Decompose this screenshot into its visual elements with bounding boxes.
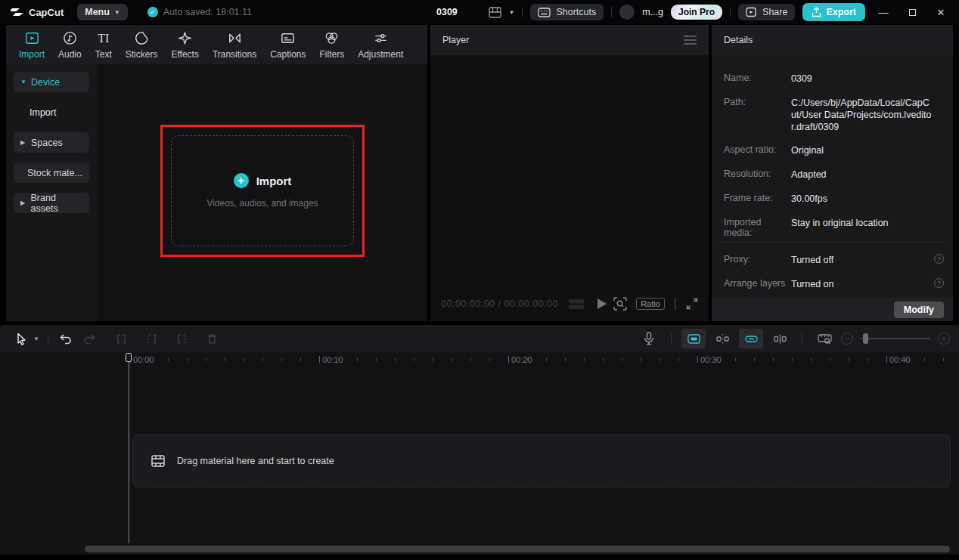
tab-captions[interactable]: Captions xyxy=(263,30,312,60)
tab-stickers[interactable]: Stickers xyxy=(119,30,165,60)
sidebar-item-device[interactable]: ▼ Device xyxy=(14,72,89,92)
zoom-out-icon[interactable]: − xyxy=(841,333,853,345)
help-icon[interactable]: ? xyxy=(934,254,944,264)
tab-text[interactable]: TI Text xyxy=(88,30,119,60)
playhead-handle[interactable] xyxy=(126,353,132,362)
player-controls: 00:00:00:00 / 00:00:00:00 Ratio | xyxy=(430,291,709,317)
tab-label: Import xyxy=(19,49,45,60)
share-button[interactable]: Share xyxy=(738,4,795,20)
ruler-tick xyxy=(187,358,188,361)
tab-filters[interactable]: Filters xyxy=(313,30,352,60)
window-close-button[interactable]: ✕ xyxy=(930,0,951,24)
menu-button[interactable]: Menu ▼ xyxy=(77,4,128,20)
sidebar-item-stock-material[interactable]: Stock mate... xyxy=(14,162,89,183)
join-pro-button[interactable]: Join Pro xyxy=(671,5,722,20)
delete-left-button[interactable] xyxy=(140,329,164,348)
ruler-tick: 00:30 xyxy=(697,356,698,363)
zoom-in-icon[interactable]: + xyxy=(938,333,950,345)
redo-button[interactable] xyxy=(78,329,102,348)
detail-row-path: Path: C:/Users/bj/AppData/Local/CapCut/U… xyxy=(712,97,953,133)
share-icon xyxy=(746,7,757,17)
keyboard-icon xyxy=(538,8,551,17)
effects-icon xyxy=(177,30,193,47)
filters-icon xyxy=(324,30,340,47)
select-tool-button[interactable] xyxy=(9,329,33,348)
tab-transitions[interactable]: Transitions xyxy=(206,30,263,60)
help-icon[interactable]: ? xyxy=(934,278,944,288)
preview-quality-icon[interactable] xyxy=(613,297,627,311)
zoom-slider-handle[interactable] xyxy=(863,333,868,344)
sidebar-item-brand-assets[interactable]: ▶ Brand assets xyxy=(14,193,89,213)
select-tool-caret-icon[interactable]: ▼ xyxy=(33,336,39,342)
ruler-tick xyxy=(603,358,604,361)
export-icon xyxy=(812,7,821,17)
ruler-tick xyxy=(678,358,679,361)
window-minimize-button[interactable]: — xyxy=(873,0,894,24)
timeline-zoom-slider[interactable] xyxy=(861,338,930,339)
divider xyxy=(719,242,945,243)
tab-import[interactable]: Import xyxy=(12,30,51,60)
modify-button[interactable]: Modify xyxy=(894,302,944,318)
ruler-tick xyxy=(168,358,169,361)
caret-right-icon: ▶ xyxy=(20,139,26,146)
fullscreen-icon[interactable] xyxy=(686,298,698,310)
layout-caret-icon[interactable]: ▼ xyxy=(509,9,515,16)
frame-view-icon[interactable] xyxy=(569,299,584,310)
ruler-tick: 00:10 xyxy=(319,356,320,363)
auto-snap-icon[interactable] xyxy=(710,329,734,348)
tab-adjustment[interactable]: Adjustment xyxy=(351,30,410,60)
ruler-tick xyxy=(754,358,755,361)
import-icon xyxy=(24,30,40,47)
linking-icon[interactable] xyxy=(739,329,763,348)
sidebar-item-spaces[interactable]: ▶ Spaces xyxy=(14,132,89,153)
player-menu-icon[interactable] xyxy=(684,33,697,47)
detail-label: Path: xyxy=(712,97,791,133)
divider: | xyxy=(674,297,677,311)
play-button[interactable] xyxy=(597,299,607,309)
annotation-highlight-box: + Import Videos, audios, and images xyxy=(160,125,365,257)
player-panel: Player 00:00:00:00 / 00:00:00:00 Ratio | xyxy=(430,25,709,321)
ruler-tick: 00:40 xyxy=(886,356,887,363)
import-dropzone[interactable]: + Import Videos, audios, and images xyxy=(171,135,354,246)
ruler-label: 00:20 xyxy=(511,355,532,364)
detail-row-proxy: Proxy: Turned off ? xyxy=(712,254,953,266)
ruler-label: 00:40 xyxy=(889,355,911,364)
tab-label: Captions xyxy=(270,49,306,60)
divider xyxy=(48,333,48,345)
ruler-label: 00:00 xyxy=(133,355,154,364)
undo-button[interactable] xyxy=(54,329,78,348)
layout-switch-icon[interactable] xyxy=(489,7,501,18)
account-avatar[interactable] xyxy=(619,5,635,20)
playhead[interactable] xyxy=(126,353,132,543)
media-sidebar: ▼ Device Import ▶ Spaces Stock mate... ▶… xyxy=(6,64,97,321)
timeline-ruler[interactable]: 00:0000:1000:2000:3000:40 xyxy=(0,352,959,369)
account-name[interactable]: m...g xyxy=(642,7,663,17)
delete-button[interactable] xyxy=(200,329,225,348)
detail-label: Imported media: xyxy=(712,217,791,238)
sidebar-item-import[interactable]: Import xyxy=(14,102,89,122)
tab-audio[interactable]: Audio xyxy=(51,30,88,60)
main-track-magnet-icon[interactable] xyxy=(681,329,706,348)
ruler-tick xyxy=(546,358,547,361)
sidebar-item-label: Brand assets xyxy=(31,193,82,214)
detail-value: Turned on xyxy=(791,278,932,290)
shortcuts-button[interactable]: Shortcuts xyxy=(530,4,604,20)
export-button[interactable]: Export xyxy=(802,3,865,21)
record-voiceover-icon[interactable] xyxy=(637,329,661,348)
divider xyxy=(802,333,802,345)
adapt-timeline-icon[interactable] xyxy=(812,329,836,348)
track-drop-area[interactable]: Drag material here and start to create xyxy=(132,435,951,487)
detail-label: Name: xyxy=(712,73,791,85)
window-maximize-button[interactable] xyxy=(902,0,923,24)
preview-axis-icon[interactable] xyxy=(768,329,792,348)
ruler-tick xyxy=(660,358,660,361)
horizontal-scrollbar[interactable] xyxy=(85,546,950,552)
tab-effects[interactable]: Effects xyxy=(164,30,205,60)
ruler-tick xyxy=(716,358,717,361)
detail-label: Arrange layers xyxy=(712,278,791,290)
ratio-button[interactable]: Ratio xyxy=(636,298,665,310)
tab-label: Transitions xyxy=(213,49,256,60)
delete-right-button[interactable] xyxy=(170,329,194,348)
split-button[interactable] xyxy=(110,329,134,348)
ruler-tick xyxy=(338,358,339,361)
